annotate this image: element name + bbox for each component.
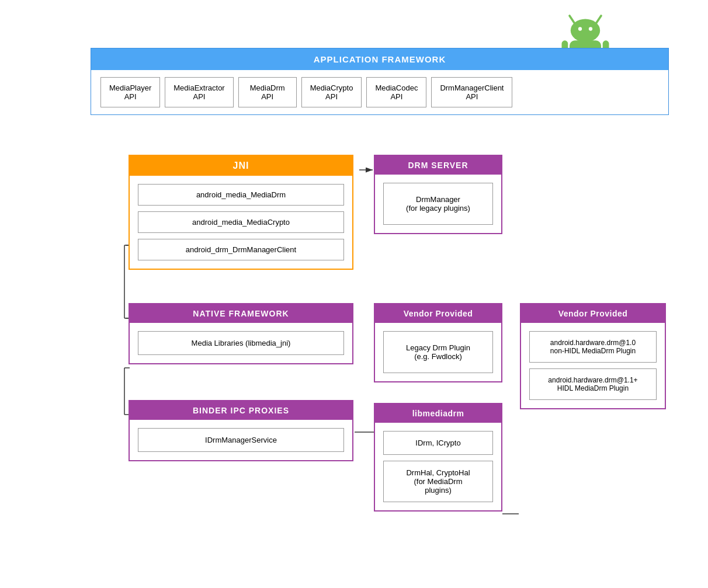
native-fw-body: Media Libraries (libmedia_jni) xyxy=(130,323,352,363)
app-framework-box: APPLICATION FRAMEWORK MediaPlayerAPI Med… xyxy=(91,48,669,115)
jni-body: android_media_MediaDrm android_media_Med… xyxy=(130,176,352,269)
libmediadrm-item-2: DrmHal, CryptoHal(for MediaDrmplugins) xyxy=(383,461,493,502)
vendor1-item: Legacy Drm Plugin(e.g. Fwdlock) xyxy=(383,331,493,373)
api-box-mediacodec: MediaCodecAPI xyxy=(366,77,426,107)
libmediadrm-box: libmediadrm IDrm, ICrypto DrmHal, Crypto… xyxy=(374,403,502,512)
api-box-mediaextractor: MediaExtractorAPI xyxy=(165,77,233,107)
native-fw-item: Media Libraries (libmedia_jni) xyxy=(138,331,344,355)
vendor1-body: Legacy Drm Plugin(e.g. Fwdlock) xyxy=(375,323,501,381)
api-box-mediacrypto: MediaCryptoAPI xyxy=(301,77,362,107)
jni-item-2: android_media_MediaCrypto xyxy=(138,211,344,233)
libmediadrm-title: libmediadrm xyxy=(375,404,501,423)
jni-title: JNI xyxy=(130,156,352,176)
svg-point-13 xyxy=(571,19,600,42)
binder-item: IDrmManagerService xyxy=(138,428,344,452)
jni-item-1: android_media_MediaDrm xyxy=(138,184,344,206)
binder-title: BINDER IPC PROXIES xyxy=(130,401,352,420)
drm-manager-item: DrmManager(for legacy plugins) xyxy=(383,183,493,225)
api-box-mediadrm: MediaDrmAPI xyxy=(238,77,297,107)
drm-server-body: DrmManager(for legacy plugins) xyxy=(375,175,501,233)
native-fw-box: NATIVE FRAMEWORK Media Libraries (libmed… xyxy=(129,303,353,364)
vendor2-body: android.hardware.drm@1.0non-HIDL MediaDr… xyxy=(521,323,665,408)
svg-point-14 xyxy=(578,27,582,30)
libmediadrm-item-1: IDrm, ICrypto xyxy=(383,431,493,455)
vendor2-item-2: android.hardware.drm@1.1+HIDL MediaDrm P… xyxy=(529,368,657,400)
vendor2-item-1: android.hardware.drm@1.0non-HIDL MediaDr… xyxy=(529,331,657,363)
drm-server-box: DRM SERVER DrmManager(for legacy plugins… xyxy=(374,155,502,234)
vendor1-title: Vendor Provided xyxy=(375,304,501,323)
vendor2-title: Vendor Provided xyxy=(521,304,665,323)
libmediadrm-body: IDrm, ICrypto DrmHal, CryptoHal(for Medi… xyxy=(375,423,501,510)
binder-body: IDrmManagerService xyxy=(130,420,352,460)
api-box-mediaplayer: MediaPlayerAPI xyxy=(100,77,160,107)
app-framework-title: APPLICATION FRAMEWORK xyxy=(91,48,668,70)
vendor2-box: Vendor Provided android.hardware.drm@1.0… xyxy=(520,303,666,409)
api-box-drmmanagerclient: DrmManagerClientAPI xyxy=(431,77,512,107)
app-framework-body: MediaPlayerAPI MediaExtractorAPI MediaDr… xyxy=(91,70,668,114)
svg-point-15 xyxy=(589,27,592,30)
diagram-container: APPLICATION FRAMEWORK MediaPlayerAPI Med… xyxy=(0,0,708,588)
drm-server-title: DRM SERVER xyxy=(375,156,501,175)
vendor1-box: Vendor Provided Legacy Drm Plugin(e.g. F… xyxy=(374,303,502,382)
jni-item-3: android_drm_DrmManagerClient xyxy=(138,239,344,260)
jni-box: JNI android_media_MediaDrm android_media… xyxy=(129,155,353,270)
native-fw-title: NATIVE FRAMEWORK xyxy=(130,304,352,323)
binder-box: BINDER IPC PROXIES IDrmManagerService xyxy=(129,400,353,461)
